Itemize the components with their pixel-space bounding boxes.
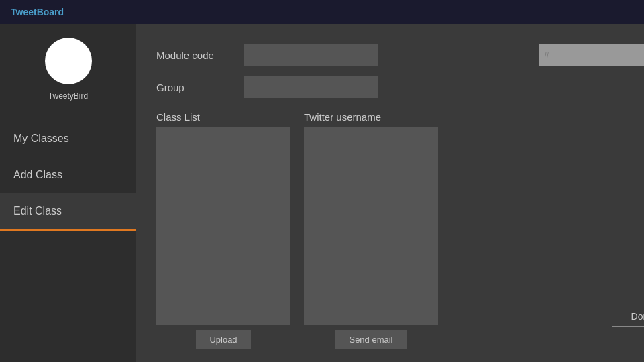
sidebar-item-my-classes[interactable]: My Classes [0, 121, 136, 157]
lists-section: Class List Upload Twitter username Send … [156, 111, 644, 349]
group-row: Group [156, 76, 644, 98]
group-input[interactable] [244, 76, 378, 98]
class-list-label: Class List [156, 111, 290, 123]
user-name: TweetyBird [48, 91, 88, 101]
group-label: Group [156, 82, 244, 93]
avatar [45, 38, 92, 84]
module-code-row: Module code [156, 44, 644, 66]
class-list-col: Class List Upload [156, 111, 290, 349]
twitter-username-box[interactable] [304, 127, 438, 325]
done-button[interactable]: Done [612, 306, 644, 327]
twitter-username-label: Twitter username [304, 111, 438, 123]
sidebar: TweetyBird My Classes Add Class Edit Cla… [0, 24, 136, 362]
module-code-label: Module code [156, 50, 244, 61]
class-list-box[interactable] [156, 127, 290, 325]
send-email-button[interactable]: Send email [335, 330, 406, 349]
content-area: Module code Group Class List Upload Twit… [136, 24, 644, 362]
main-layout: TweetyBird My Classes Add Class Edit Cla… [0, 24, 644, 362]
topbar: TweetBoard [0, 0, 644, 24]
module-code-input[interactable] [244, 44, 378, 66]
hash-input[interactable] [539, 44, 644, 66]
app-title: TweetBoard [11, 7, 64, 17]
twitter-list-actions: Send email [304, 330, 438, 349]
class-list-actions: Upload [156, 330, 290, 349]
upload-button[interactable]: Upload [196, 330, 250, 349]
sidebar-item-edit-class[interactable]: Edit Class [0, 193, 136, 231]
twitter-username-col: Twitter username Send email [304, 111, 438, 349]
sidebar-item-add-class[interactable]: Add Class [0, 157, 136, 193]
sidebar-nav: My Classes Add Class Edit Class [0, 121, 136, 231]
